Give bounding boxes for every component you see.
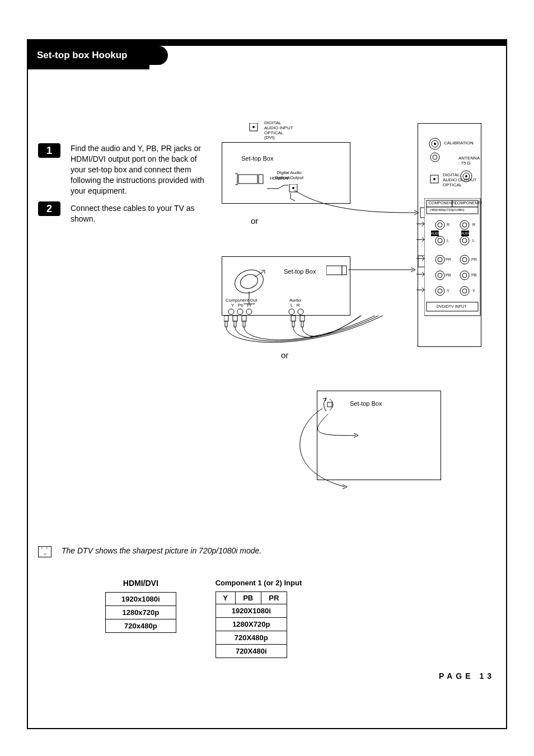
svg-point-52: [289, 309, 294, 314]
svg-rect-63: [301, 321, 303, 327]
comp-row-0: 1920X1080i: [216, 604, 287, 618]
tip-icon: ° ° ⌣: [38, 546, 51, 557]
hdmi-table-wrap: HDMI/DVI 1920x1080i 1280x720p 720x480p: [105, 579, 176, 633]
tip-text: The DTV shows the sharpest picture in 72…: [62, 546, 261, 555]
label-r2: R: [472, 223, 475, 227]
label-stb-2: Set-top Box: [284, 268, 316, 275]
svg-point-35: [462, 273, 467, 278]
svg-rect-55: [225, 321, 227, 327]
label-antenna: ANTENNA : 75 Ω: [458, 156, 480, 166]
svg-rect-48: [342, 266, 346, 275]
svg-point-25: [438, 238, 442, 243]
svg-rect-57: [234, 321, 236, 327]
svg-rect-54: [224, 316, 228, 321]
svg-point-33: [438, 273, 442, 278]
svg-point-4: [433, 155, 437, 159]
svg-point-2: [434, 143, 436, 145]
svg-point-50: [237, 309, 243, 314]
step-1-text: Find the audio and Y, PB, PR jacks or HD…: [71, 143, 212, 196]
svg-point-9: [433, 178, 435, 180]
label-l1: L: [447, 238, 449, 242]
hdmi-table: 1920x1080i 1280x720p 720x480p: [105, 592, 176, 633]
label-dvd-input: DVD/DTV INPUT: [437, 304, 467, 308]
label-calibration: CALIBRATION: [444, 140, 474, 145]
comp-hdr-y: Y: [216, 592, 235, 604]
svg-point-37: [438, 289, 442, 293]
svg-rect-16: [424, 198, 480, 316]
label-pr1: PR: [446, 257, 451, 261]
step-2-badge: 2: [38, 201, 60, 216]
svg-point-66: [252, 126, 255, 128]
hdmi-row-0: 1920x1080i: [106, 593, 176, 606]
label-component-out: Component Out Y Pb Pr: [226, 298, 257, 308]
svg-rect-69: [235, 173, 237, 185]
label-r1: R: [447, 223, 449, 227]
label-audio-lr: Audio L R: [289, 298, 301, 308]
label-y2: Y: [472, 289, 475, 293]
hookup-diagram: CALIBRATION ANTENNA : 75 Ω DIGITAL AUDIO…: [216, 123, 490, 532]
comp-row-1: 1280X720p: [216, 618, 287, 631]
label-comp-res: (480i/480p/720p/1080i): [430, 208, 465, 212]
step-1-badge: 1: [38, 143, 60, 158]
svg-rect-68: [259, 175, 263, 184]
label-y1: Y: [447, 289, 449, 293]
svg-point-21: [438, 223, 442, 227]
title-tab-cap: [149, 46, 168, 65]
svg-point-51: [246, 309, 252, 314]
or-label-2: or: [281, 350, 288, 360]
svg-rect-67: [238, 175, 257, 184]
svg-rect-58: [242, 316, 246, 321]
page-number: PAGE 13: [439, 672, 495, 680]
svg-point-39: [462, 289, 467, 293]
svg-rect-47: [326, 266, 342, 275]
svg-rect-59: [243, 321, 245, 327]
label-pb2: PB: [471, 273, 476, 277]
label-l2: L: [472, 238, 475, 242]
svg-point-23: [462, 223, 467, 227]
svg-point-49: [228, 309, 234, 314]
hdmi-row-1: 1280x720p: [106, 606, 176, 619]
comp-hdr-pb: PB: [235, 592, 261, 604]
comp-row-2: 720X480p: [216, 631, 287, 645]
label-audio2: AUDIO: [461, 232, 472, 235]
label-dig-audio-in: DIGITAL AUDIO INPUT OPTICAL (DVI): [264, 121, 293, 140]
component-table-wrap: Component 1 (or 2) Input Y PB PR 1920X10…: [216, 579, 302, 658]
hdmi-table-title: HDMI/DVI: [105, 579, 176, 588]
settop-box-hdmi: Set-top Box Component Out Y Pb Pr Audio …: [222, 256, 350, 316]
label-component2: COMPONENT2: [455, 201, 482, 205]
comp-row-3: 720X480i: [216, 645, 287, 658]
svg-point-27: [462, 238, 467, 243]
svg-rect-61: [292, 321, 294, 327]
hdmi-row-2: 720x480p: [106, 619, 176, 633]
svg-point-31: [462, 257, 467, 262]
component-table: Y PB PR 1920X1080i 1280X720p 720X480p 72…: [216, 591, 287, 658]
label-component1: COMPONENT1: [429, 201, 456, 205]
svg-rect-56: [233, 316, 237, 321]
page-title: Set-top box Hookup: [27, 41, 149, 69]
svg-rect-60: [291, 316, 296, 321]
label-hdmi-dvi-2: HDMI/DVI: [270, 176, 290, 181]
component-table-title: Component 1 (or 2) Input: [216, 579, 302, 587]
svg-point-53: [298, 309, 303, 314]
label-audio1: AUDIO: [431, 232, 442, 235]
comp-hdr-pr: PR: [261, 592, 287, 604]
svg-point-29: [438, 257, 442, 262]
resolution-tables: HDMI/DVI 1920x1080i 1280x720p 720x480p C…: [105, 579, 302, 658]
step-2-text: Connect these cables to your TV as shown…: [71, 203, 212, 224]
label-pr2: PR: [471, 257, 477, 261]
label-dig-audio-out: DIGITAL AUDIO OUTPUT OPTICAL: [443, 173, 476, 187]
label-pb1: PB: [446, 273, 451, 277]
svg-rect-62: [300, 316, 305, 321]
